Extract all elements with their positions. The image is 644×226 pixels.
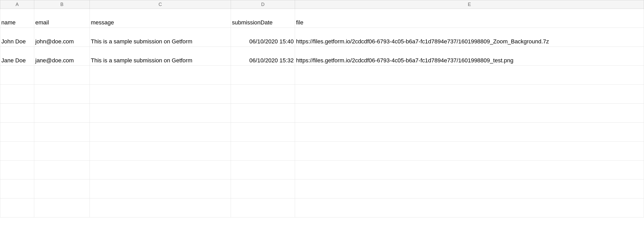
cell-A10[interactable]: [0, 180, 34, 198]
cell-A4[interactable]: [0, 66, 34, 85]
cell-E3[interactable]: https://files.getform.io/2cdcdf06-6793-4…: [295, 47, 644, 66]
cell-A8[interactable]: [0, 142, 34, 161]
cell-A3[interactable]: Jane Doe: [0, 47, 34, 66]
cell-E9[interactable]: [295, 161, 644, 180]
cell-D9[interactable]: [231, 161, 295, 180]
cell-C2[interactable]: This is a sample submission on Getform: [90, 28, 231, 47]
cell-E6[interactable]: [295, 104, 644, 123]
cell-D6[interactable]: [231, 104, 295, 123]
cell-C7[interactable]: [90, 123, 231, 142]
cell-C4[interactable]: [90, 66, 231, 85]
cell-B1[interactable]: email: [34, 9, 90, 28]
cell-A1[interactable]: name: [0, 9, 34, 28]
cell-C11[interactable]: [90, 198, 231, 217]
cell-D10[interactable]: [231, 180, 295, 198]
cell-A9[interactable]: [0, 161, 34, 180]
cell-D2[interactable]: 06/10/2020 15:40: [231, 28, 295, 47]
cell-C6[interactable]: [90, 104, 231, 123]
cell-E8[interactable]: [295, 142, 644, 161]
cell-E10[interactable]: [295, 180, 644, 198]
cell-D4[interactable]: [231, 66, 295, 85]
cell-B2[interactable]: john@doe.com: [34, 28, 90, 47]
spreadsheet-body: name email message submissionDate file J…: [0, 9, 644, 217]
column-header-D[interactable]: D: [231, 0, 295, 9]
cell-E1[interactable]: file: [295, 9, 644, 28]
column-header-B[interactable]: B: [34, 0, 90, 9]
cell-B9[interactable]: [34, 161, 90, 180]
cell-E11[interactable]: [295, 198, 644, 217]
cell-E7[interactable]: [295, 123, 644, 142]
cell-A2[interactable]: John Doe: [0, 28, 34, 47]
cell-B5[interactable]: [34, 85, 90, 104]
cell-A11[interactable]: [0, 198, 34, 217]
column-header-E[interactable]: E: [295, 0, 644, 9]
cell-D3[interactable]: 06/10/2020 15:32: [231, 47, 295, 66]
cell-B6[interactable]: [34, 104, 90, 123]
cell-E2[interactable]: https://files.getform.io/2cdcdf06-6793-4…: [295, 28, 644, 47]
cell-D11[interactable]: [231, 198, 295, 217]
cell-A7[interactable]: [0, 123, 34, 142]
column-header-C[interactable]: C: [90, 0, 231, 9]
cell-C3[interactable]: This is a sample submission on Getform: [90, 47, 231, 66]
cell-B11[interactable]: [34, 198, 90, 217]
cell-C10[interactable]: [90, 180, 231, 198]
cell-C9[interactable]: [90, 161, 231, 180]
cell-D8[interactable]: [231, 142, 295, 161]
column-header-row: A B C D E: [0, 0, 644, 9]
cell-B4[interactable]: [34, 66, 90, 85]
cell-E5[interactable]: [295, 85, 644, 104]
cell-A6[interactable]: [0, 104, 34, 123]
cell-E4[interactable]: [295, 66, 644, 85]
cell-D5[interactable]: [231, 85, 295, 104]
cell-C5[interactable]: [90, 85, 231, 104]
cell-C8[interactable]: [90, 142, 231, 161]
cell-B10[interactable]: [34, 180, 90, 198]
cell-C1[interactable]: message: [90, 9, 231, 28]
cell-D1[interactable]: submissionDate: [231, 9, 295, 28]
column-header-A[interactable]: A: [0, 0, 34, 9]
cell-B7[interactable]: [34, 123, 90, 142]
cell-B8[interactable]: [34, 142, 90, 161]
cell-D7[interactable]: [231, 123, 295, 142]
cell-A5[interactable]: [0, 85, 34, 104]
cell-B3[interactable]: jane@doe.com: [34, 47, 90, 66]
